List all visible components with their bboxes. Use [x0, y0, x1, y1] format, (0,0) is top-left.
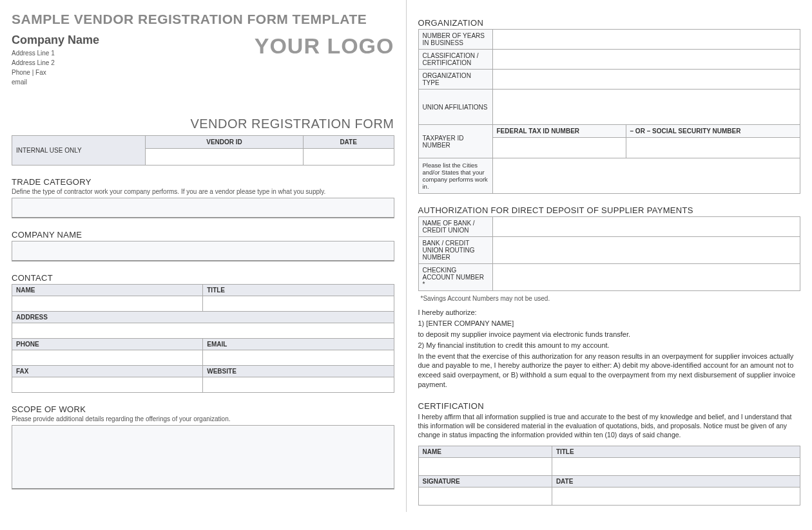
- header-row: Company Name Address Line 1 Address Line…: [12, 33, 394, 87]
- org-fedtax-header: FEDERAL TAX ID NUMBER: [492, 125, 626, 138]
- page-container: SAMPLE VENDOR REGISTRATION FORM TEMPLATE…: [0, 0, 812, 512]
- sig-signature-header: SIGNATURE: [418, 476, 552, 487]
- contact-heading: CONTACT: [12, 273, 394, 283]
- cert-heading: CERTIFICATION: [418, 401, 801, 411]
- contact-address-header: ADDRESS: [12, 312, 394, 323]
- deposit-heading: AUTHORIZATION FOR DIRECT DEPOSIT OF SUPP…: [418, 205, 801, 215]
- internal-use-table: INTERNAL USE ONLY VENDOR ID DATE: [12, 135, 394, 166]
- vendor-id-header: VENDOR ID: [146, 136, 303, 149]
- address-line-1: Address Line 1: [12, 48, 99, 58]
- org-class-input[interactable]: [492, 50, 800, 70]
- internal-use-label: INTERNAL USE ONLY: [12, 136, 146, 166]
- contact-table: NAME TITLE ADDRESS PHONE EMAIL: [12, 284, 394, 393]
- deposit-checking-input[interactable]: [492, 264, 800, 291]
- contact-fax-input[interactable]: [12, 377, 203, 393]
- org-cities-input[interactable]: [492, 158, 800, 194]
- auth-line3: to deposit my supplier invoice payment v…: [418, 330, 801, 339]
- auth-line1: I hereby authorize:: [418, 308, 801, 316]
- cert-text: I hereby affirm that all information sup…: [418, 412, 801, 440]
- org-taxpayer-label: TAXPAYER ID NUMBER: [418, 125, 492, 158]
- org-years-input[interactable]: [492, 30, 800, 50]
- company-input[interactable]: [12, 241, 394, 261]
- contact-address-input[interactable]: [12, 323, 394, 339]
- deposit-footnote: *Savings Account Numbers may not be used…: [421, 295, 801, 302]
- org-ssn-header: – OR – SOCIAL SECURITY NUMBER: [626, 125, 800, 138]
- org-union-input[interactable]: [492, 90, 800, 125]
- company-heading: COMPANY NAME: [12, 230, 394, 240]
- org-class-label: CLASSIFICATION / CERTIFICATION: [418, 50, 492, 70]
- contact-phone-input[interactable]: [12, 350, 203, 366]
- deposit-bank-input[interactable]: [492, 217, 800, 237]
- deposit-routing-input[interactable]: [492, 237, 800, 264]
- vendor-id-input[interactable]: [146, 149, 303, 166]
- contact-phone-header: PHONE: [12, 339, 203, 350]
- org-years-label: NUMBER OF YEARS IN BUSINESS: [418, 30, 492, 50]
- deposit-bank-label: NAME OF BANK / CREDIT UNION: [418, 217, 492, 237]
- left-column: SAMPLE VENDOR REGISTRATION FORM TEMPLATE…: [0, 0, 407, 512]
- auth-line5: In the event that the exercise of this a…: [418, 352, 801, 390]
- address-line-2: Address Line 2: [12, 58, 99, 68]
- company-name: Company Name: [12, 33, 99, 47]
- org-fedtax-input[interactable]: [492, 138, 626, 158]
- sig-date-input[interactable]: [552, 487, 800, 506]
- date-input[interactable]: [303, 149, 394, 166]
- contact-name-header: NAME: [12, 285, 203, 296]
- sig-name-input[interactable]: [418, 458, 552, 476]
- trade-input[interactable]: [12, 198, 394, 218]
- auth-line2: 1) [ENTER COMPANY NAME]: [418, 319, 801, 328]
- trade-desc: Define the type of contractor work your …: [12, 188, 394, 195]
- date-header: DATE: [303, 136, 394, 149]
- phone-fax: Phone | Fax: [12, 68, 99, 77]
- contact-fax-header: FAX: [12, 366, 203, 377]
- sig-signature-input[interactable]: [418, 487, 552, 506]
- contact-email-header: EMAIL: [203, 339, 394, 350]
- org-type-label: ORGANIZATION TYPE: [418, 70, 492, 90]
- contact-title-input[interactable]: [203, 296, 394, 312]
- sig-title-input[interactable]: [552, 458, 800, 476]
- auth-line4: 2) My financial institution to credit th…: [418, 341, 801, 350]
- form-title: SAMPLE VENDOR REGISTRATION FORM TEMPLATE: [12, 12, 394, 27]
- contact-email-input[interactable]: [203, 350, 394, 366]
- logo-placeholder: YOUR LOGO: [255, 33, 394, 59]
- sig-date-header: DATE: [552, 476, 800, 487]
- org-union-label: UNION AFFILIATIONS: [418, 90, 492, 125]
- org-ssn-input[interactable]: [626, 138, 800, 158]
- company-block: Company Name Address Line 1 Address Line…: [12, 33, 99, 87]
- org-table: NUMBER OF YEARS IN BUSINESS CLASSIFICATI…: [418, 29, 801, 194]
- contact-website-header: WEBSITE: [203, 366, 394, 377]
- org-type-input[interactable]: [492, 70, 800, 90]
- subheading: VENDOR REGISTRATION FORM: [12, 117, 394, 131]
- signature-table: NAME TITLE SIGNATURE DATE: [418, 446, 801, 506]
- sig-title-header: TITLE: [552, 446, 800, 458]
- deposit-checking-label: CHECKING ACCOUNT NUMBER *: [418, 264, 492, 291]
- email: email: [12, 77, 99, 87]
- contact-website-input[interactable]: [203, 377, 394, 393]
- org-cities-label: Please list the Cities and/or States tha…: [418, 158, 492, 194]
- deposit-table: NAME OF BANK / CREDIT UNION BANK / CREDI…: [418, 216, 801, 291]
- trade-heading: TRADE CATEGORY: [12, 177, 394, 187]
- contact-name-input[interactable]: [12, 296, 203, 312]
- scope-input[interactable]: [12, 425, 394, 489]
- right-column: ORGANIZATION NUMBER OF YEARS IN BUSINESS…: [407, 0, 813, 512]
- scope-desc: Please provide additional details regard…: [12, 415, 394, 422]
- deposit-routing-label: BANK / CREDIT UNION ROUTING NUMBER: [418, 237, 492, 264]
- org-heading: ORGANIZATION: [418, 18, 801, 28]
- contact-title-header: TITLE: [203, 285, 394, 296]
- scope-heading: SCOPE OF WORK: [12, 404, 394, 414]
- sig-name-header: NAME: [418, 446, 552, 458]
